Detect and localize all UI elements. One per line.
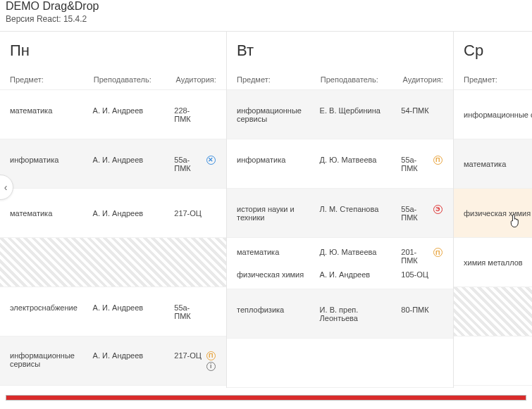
lesson-subject: информационные сервисы	[464, 111, 532, 119]
header-teacher: Преподаватель:	[321, 75, 403, 84]
lesson-subject: математика	[10, 209, 93, 218]
lesson-teacher: И. В. преп. Леонтьева	[320, 306, 402, 322]
lesson-row[interactable]: физическая химия	[464, 209, 532, 218]
app-title: DEMO Drag&Drop	[6, 0, 526, 13]
lesson-teacher: Д. Ю. Матвеева	[320, 156, 402, 164]
red-e-icon: Э	[433, 205, 443, 214]
lesson-row[interactable]: информационные сервисыА. И. Андреев217-О…	[10, 351, 216, 371]
lesson-row[interactable]: информационные сервисы	[464, 111, 532, 119]
lesson-row[interactable]: электроснабжениеА. И. Андреев55a-ПМК	[10, 303, 216, 320]
column-headers: Предмет:Преподаватель:Аудитория:	[0, 70, 226, 90]
column-headers: Предмет:	[454, 70, 532, 90]
lesson-room: 228-ПМК	[174, 106, 205, 123]
lesson-row[interactable]: информационные сервисыЕ. В. Щербинина54-…	[237, 106, 443, 123]
lesson-icon-cell: П	[432, 156, 443, 165]
time-slot[interactable]	[227, 339, 453, 388]
day-column-tue: ВтПредмет:Преподаватель:Аудитория:информ…	[227, 32, 454, 388]
lesson-teacher: А. И. Андреев	[93, 351, 175, 360]
time-slot[interactable]: химия металлов	[454, 238, 532, 287]
lesson-room: 55a-ПМК	[174, 303, 205, 320]
column-headers: Предмет:Преподаватель:Аудитория:	[227, 70, 453, 90]
day-column-mon: ПнПредмет:Преподаватель:Аудитория:матема…	[0, 32, 227, 388]
blue-x-icon: ✕	[206, 156, 216, 165]
orange-p-icon: П	[433, 156, 443, 165]
lesson-room: 55a-ПМК	[401, 205, 432, 222]
lesson-row[interactable]: математикаД. Ю. Матвеева201-ПМКП	[237, 248, 443, 265]
lesson-subject: теплофизика	[237, 306, 320, 314]
day-header: Ср	[454, 32, 532, 70]
lesson-row[interactable]: математикаА. И. Андреев228-ПМК	[10, 106, 216, 123]
lesson-teacher: А. И. Андреев	[93, 209, 175, 218]
lesson-subject: математика	[237, 248, 320, 256]
time-slot[interactable]: история науки и техникиЛ. М. Степанова55…	[227, 189, 453, 238]
time-slot[interactable]: математикаА. И. Андреев217-ОЦ	[0, 189, 226, 238]
scrollbar-thumb[interactable]	[6, 396, 526, 400]
lesson-subject: информатика	[237, 156, 320, 164]
horizontal-scrollbar[interactable]	[6, 395, 526, 401]
time-slot[interactable]	[454, 336, 532, 386]
lesson-teacher: А. И. Андреев	[320, 270, 402, 279]
lesson-subject: информатика	[10, 156, 93, 164]
lesson-row[interactable]: теплофизикаИ. В. преп. Леонтьева80-ПМК	[237, 306, 443, 322]
time-slot[interactable]: теплофизикаИ. В. преп. Леонтьева80-ПМК	[227, 289, 453, 339]
lesson-icon-cell: ✕	[205, 156, 216, 165]
lesson-icon-cell: П	[432, 248, 443, 257]
day-header: Вт	[227, 32, 453, 70]
lesson-room: 201-ПМК	[401, 248, 432, 265]
lesson-teacher: Е. В. Щербинина	[320, 106, 402, 115]
day-column-wed: СрПредмет:информационные сервисыматемати…	[454, 32, 532, 388]
time-slot[interactable]	[454, 287, 532, 336]
lesson-room: 55a-ПМК	[174, 156, 205, 172]
header-room: Аудитория:	[403, 75, 443, 84]
lesson-teacher: Д. Ю. Матвеева	[320, 248, 402, 256]
app-header: DEMO Drag&Drop Версия React: 15.4.2	[0, 0, 532, 31]
lesson-room: 54-ПМК	[401, 106, 432, 115]
time-slot[interactable]: информационные сервисыА. И. Андреев217-О…	[0, 336, 226, 386]
header-room: Аудитория:	[176, 75, 216, 84]
orange-p-icon: П	[433, 248, 443, 257]
lesson-row[interactable]: физическая химияА. И. Андреев105-ОЦ	[237, 270, 443, 279]
lesson-row[interactable]: информатикаД. Ю. Матвеева55a-ПМКП	[237, 156, 443, 172]
time-slot[interactable]	[0, 238, 226, 287]
time-slot[interactable]: информатикаД. Ю. Матвеева55a-ПМКП	[227, 139, 453, 189]
lesson-room: 217-ОЦ	[174, 351, 205, 360]
lesson-row[interactable]: история науки и техникиЛ. М. Степанова55…	[237, 205, 443, 222]
lesson-row[interactable]: математика	[464, 160, 532, 168]
cursor-hand-icon	[509, 214, 521, 231]
lesson-room: 217-ОЦ	[174, 209, 205, 218]
time-slot[interactable]: математика	[454, 139, 532, 189]
lesson-icon-cell: Пi	[205, 351, 216, 371]
time-slot[interactable]: математикаД. Ю. Матвеева201-ПМКПфизическ…	[227, 238, 453, 289]
gray-i-icon: i	[206, 362, 216, 371]
time-slot[interactable]: математикаА. И. Андреев228-ПМК	[0, 90, 226, 139]
day-header: Пн	[0, 32, 226, 70]
lesson-subject: физическая химия	[237, 270, 320, 279]
lesson-subject: математика	[10, 106, 93, 115]
chevron-left-icon: ‹	[4, 182, 8, 193]
schedule-grid: ПнПредмет:Преподаватель:Аудитория:матема…	[0, 31, 532, 388]
lesson-row[interactable]: информатикаА. И. Андреев55a-ПМК✕	[10, 156, 216, 172]
time-slot[interactable]: информационные сервисы	[454, 90, 532, 139]
lesson-room: 105-ОЦ	[401, 270, 432, 279]
lesson-teacher: Л. М. Степанова	[320, 205, 402, 213]
time-slot[interactable]: информационные сервисыЕ. В. Щербинина54-…	[227, 90, 453, 139]
orange-p-icon: П	[206, 351, 216, 360]
time-slot[interactable]: информатикаА. И. Андреев55a-ПМК✕	[0, 139, 226, 189]
lesson-row[interactable]: химия металлов	[464, 258, 532, 267]
header-subject: Предмет:	[464, 75, 532, 84]
lesson-teacher: А. И. Андреев	[93, 106, 175, 115]
header-teacher: Преподаватель:	[94, 75, 176, 84]
time-slot[interactable]: электроснабжениеА. И. Андреев55a-ПМК	[0, 287, 226, 336]
lesson-subject: информационные сервисы	[10, 351, 93, 368]
lesson-teacher: А. И. Андреев	[93, 156, 175, 164]
lesson-subject: информационные сервисы	[237, 106, 320, 123]
lesson-subject: математика	[464, 160, 532, 168]
lesson-subject: физическая химия	[464, 209, 532, 218]
lesson-row[interactable]: математикаА. И. Андреев217-ОЦ	[10, 209, 216, 218]
header-subject: Предмет:	[237, 75, 321, 84]
lesson-subject: химия металлов	[464, 258, 532, 267]
lesson-icon-cell: Э	[432, 205, 443, 214]
lesson-subject: электроснабжение	[10, 303, 93, 312]
lesson-room: 55a-ПМК	[401, 156, 432, 172]
lesson-teacher: А. И. Андреев	[93, 303, 175, 312]
